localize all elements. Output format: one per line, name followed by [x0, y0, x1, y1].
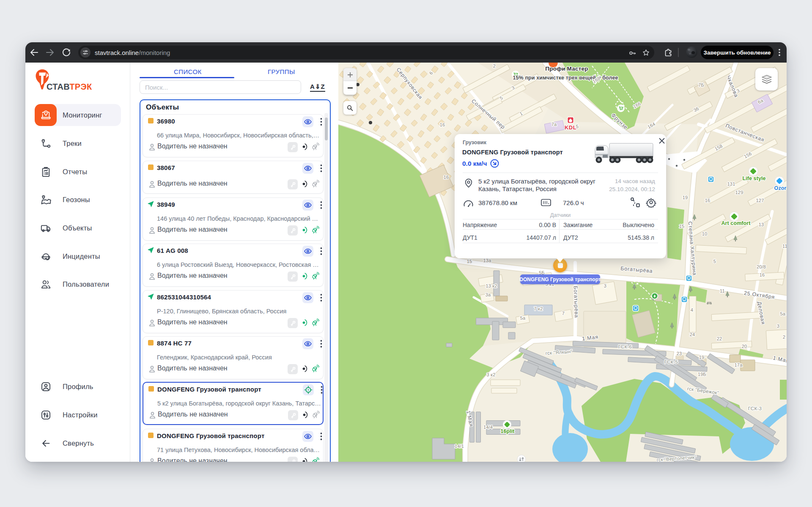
svg-text:ГСК-6: ГСК-6 — [618, 344, 632, 349]
svg-text:17а: 17а — [735, 362, 743, 367]
svg-text:15: 15 — [679, 224, 685, 229]
svg-text:3 к2: 3 к2 — [487, 372, 496, 377]
svg-text:127: 127 — [756, 198, 764, 203]
svg-text:19: 19 — [699, 355, 705, 360]
svg-text:Art comfort: Art comfort — [721, 220, 751, 226]
svg-text:20: 20 — [742, 344, 747, 349]
svg-text:5: 5 — [713, 259, 716, 264]
svg-text:3а: 3а — [486, 292, 491, 297]
svg-text:14/1: 14/1 — [455, 444, 464, 449]
svg-text:15: 15 — [467, 259, 472, 264]
svg-text:3: 3 — [604, 283, 606, 288]
svg-text:16: 16 — [760, 272, 765, 277]
svg-text:16: 16 — [444, 175, 449, 180]
svg-text:10: 10 — [702, 231, 708, 236]
svg-text:129: 129 — [735, 190, 743, 195]
svg-text:7Б: 7Б — [698, 82, 704, 88]
svg-text:5а: 5а — [520, 315, 526, 321]
svg-text:5: 5 — [576, 124, 579, 129]
svg-text:ГСК-5: ГСК-5 — [664, 359, 678, 364]
svg-text:2: 2 — [493, 63, 496, 69]
svg-text:11: 11 — [720, 288, 725, 293]
svg-text:4: 4 — [691, 307, 693, 312]
svg-text:7: 7 — [562, 311, 565, 316]
svg-text:15% при химчистке трех вещей и: 15% при химчистке трех вещей и более — [513, 75, 618, 81]
svg-text:7 к2: 7 к2 — [534, 306, 543, 311]
svg-text:131: 131 — [727, 181, 735, 186]
svg-text:24: 24 — [690, 332, 695, 337]
svg-text:Ozor: Ozor — [774, 185, 787, 191]
svg-text:19Б: 19Б — [698, 372, 706, 377]
svg-text:22: 22 — [717, 336, 722, 341]
svg-text:11: 11 — [782, 244, 787, 249]
svg-text:Богатырёва: Богатырёва — [573, 286, 580, 318]
svg-text:3: 3 — [777, 323, 779, 329]
svg-text:ГСК-3: ГСК-3 — [748, 406, 762, 411]
svg-text:2: 2 — [783, 334, 785, 340]
svg-text:5а к1: 5а к1 — [780, 311, 787, 316]
svg-text:23: 23 — [677, 351, 682, 356]
svg-text:13а: 13а — [483, 258, 492, 263]
svg-text:14/4: 14/4 — [483, 425, 493, 430]
svg-text:13: 13 — [759, 222, 764, 227]
svg-text:7а: 7а — [551, 122, 557, 127]
svg-text:16plit: 16plit — [500, 428, 515, 434]
svg-text:20/8: 20/8 — [757, 264, 766, 269]
svg-text:16: 16 — [705, 198, 710, 203]
svg-text:16: 16 — [440, 122, 445, 127]
svg-text:KDL: KDL — [565, 124, 576, 131]
svg-text:13 к2: 13 к2 — [486, 283, 497, 288]
svg-text:19: 19 — [683, 195, 688, 200]
svg-text:Профи Мастер: Профи Мастер — [545, 66, 588, 72]
svg-text:Life style: Life style — [742, 175, 765, 181]
